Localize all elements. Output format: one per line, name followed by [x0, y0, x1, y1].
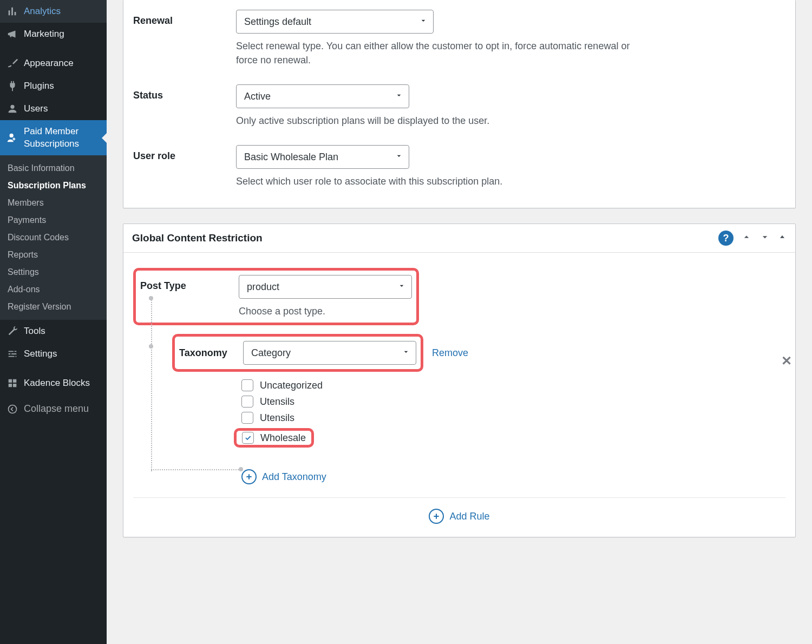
user-role-label: User role	[133, 145, 236, 162]
wrench-icon	[6, 325, 18, 337]
sidebar-item-users[interactable]: Users	[0, 97, 107, 120]
field-user-role: User role Basic Wholesale Plan Select wh…	[133, 145, 785, 188]
sidebar-item-label: Analytics	[24, 5, 61, 17]
sidebar-item-kadence-blocks[interactable]: Kadence Blocks	[0, 372, 107, 395]
sidebar-item-label: Settings	[24, 348, 57, 360]
post-type-label: Post Type	[140, 275, 239, 292]
admin-sidebar: Analytics Marketing Appearance Plugins U…	[0, 0, 107, 644]
submenu-discount-codes[interactable]: Discount Codes	[0, 229, 107, 246]
taxonomy-highlight: Taxonomy Category	[172, 334, 423, 372]
chevron-down-icon[interactable]	[759, 232, 770, 245]
plug-icon	[6, 80, 18, 92]
user-icon	[6, 103, 18, 115]
sidebar-item-label: Marketing	[24, 28, 64, 40]
plus-circle-icon	[429, 509, 444, 524]
submenu-subscription-plans[interactable]: Subscription Plans	[0, 177, 107, 194]
taxonomy-value: Category	[251, 347, 291, 359]
taxonomy-option[interactable]: Utensils	[241, 412, 785, 424]
add-rule-label: Add Rule	[449, 511, 489, 522]
checkbox-icon[interactable]	[241, 412, 253, 424]
status-help: Only active subscription plans will be d…	[236, 114, 489, 128]
renewal-label: Renewal	[133, 10, 236, 27]
submenu-payments[interactable]: Payments	[0, 212, 107, 229]
submenu-basic-information[interactable]: Basic Information	[0, 160, 107, 177]
gcr-body: ✕ Post Type product Choose a post type.	[123, 253, 795, 537]
taxonomy-option[interactable]: Wholesale	[242, 432, 306, 444]
submenu-addons[interactable]: Add-ons	[0, 281, 107, 298]
status-select[interactable]: Active	[236, 84, 409, 108]
chevron-down-icon	[395, 152, 403, 163]
sidebar-item-label: Tools	[24, 325, 45, 337]
renewal-value: Settings default	[244, 16, 311, 28]
sidebar-item-label: Kadence Blocks	[24, 377, 90, 389]
sliders-icon	[6, 348, 18, 360]
plus-circle-icon	[241, 469, 257, 484]
post-type-value: product	[247, 281, 279, 293]
chevron-down-icon	[395, 91, 403, 102]
checkbox-checked-icon[interactable]	[242, 432, 254, 444]
sidebar-submenu: Basic Information Subscription Plans Mem…	[0, 155, 107, 320]
status-value: Active	[244, 91, 271, 102]
remove-taxonomy-link[interactable]: Remove	[432, 347, 468, 359]
renewal-select[interactable]: Settings default	[236, 10, 434, 34]
add-rule-button[interactable]: Add Rule	[429, 509, 489, 524]
taxonomy-label: Taxonomy	[179, 347, 232, 359]
taxonomy-select[interactable]: Category	[243, 341, 416, 365]
sidebar-item-settings[interactable]: Settings	[0, 343, 107, 365]
submenu-register-version[interactable]: Register Version	[0, 298, 107, 316]
post-type-highlight: Post Type product Choose a post type.	[133, 268, 419, 325]
submenu-members[interactable]: Members	[0, 194, 107, 212]
sidebar-item-plugins[interactable]: Plugins	[0, 75, 107, 97]
plan-settings-panel: Renewal Settings default Select renewal …	[123, 0, 796, 208]
gcr-panel-header: Global Content Restriction ?	[123, 224, 795, 253]
submenu-reports[interactable]: Reports	[0, 246, 107, 264]
chevron-up-icon[interactable]	[741, 232, 752, 245]
sidebar-item-analytics[interactable]: Analytics	[0, 0, 107, 23]
analytics-icon	[6, 5, 18, 17]
add-taxonomy-button[interactable]: Add Taxonomy	[241, 469, 785, 484]
collapse-menu-button[interactable]: Collapse menu	[0, 398, 107, 420]
field-renewal: Renewal Settings default Select renewal …	[133, 10, 785, 67]
chevron-down-icon	[402, 347, 410, 359]
svg-point-0	[9, 405, 17, 413]
megaphone-icon	[6, 28, 18, 40]
sidebar-item-paid-member-subscriptions[interactable]: Paid Member Subscriptions	[0, 120, 107, 155]
taxonomy-option-label: Utensils	[260, 396, 294, 408]
blocks-icon	[6, 377, 18, 389]
taxonomy-option-label: Utensils	[260, 412, 294, 424]
rule-footer: Add Rule	[133, 497, 785, 524]
sidebar-item-marketing[interactable]: Marketing	[0, 23, 107, 45]
sidebar-item-label: Plugins	[24, 80, 54, 92]
sidebar-item-label: Paid Member Subscriptions	[24, 126, 100, 149]
collapse-menu-label: Collapse menu	[24, 403, 89, 415]
wholesale-highlight: Wholesale	[234, 428, 314, 448]
taxonomy-option-label: Wholesale	[260, 432, 306, 444]
brush-icon	[6, 57, 18, 69]
status-label: Status	[133, 84, 236, 101]
user-role-select[interactable]: Basic Wholesale Plan	[236, 145, 409, 169]
sidebar-item-tools[interactable]: Tools	[0, 320, 107, 343]
checkbox-icon[interactable]	[241, 379, 253, 391]
taxonomy-option[interactable]: Utensils	[241, 396, 785, 408]
submenu-settings[interactable]: Settings	[0, 264, 107, 281]
sidebar-item-label: Appearance	[24, 57, 74, 69]
global-content-restriction-panel: Global Content Restriction ? ✕	[123, 224, 796, 537]
member-dollar-icon	[6, 132, 18, 144]
help-icon[interactable]: ?	[718, 231, 734, 246]
post-type-select[interactable]: product	[239, 275, 412, 299]
taxonomy-option-label: Uncategorized	[260, 380, 323, 391]
caret-up-icon[interactable]	[778, 233, 787, 244]
main-content: Renewal Settings default Select renewal …	[107, 0, 812, 644]
sidebar-item-appearance[interactable]: Appearance	[0, 52, 107, 75]
add-taxonomy-label: Add Taxonomy	[262, 471, 326, 483]
renewal-help: Select renewal type. You can either allo…	[236, 39, 647, 67]
chevron-down-icon	[419, 16, 428, 28]
taxonomy-option[interactable]: Uncategorized	[241, 379, 785, 391]
remove-rule-icon[interactable]: ✕	[781, 353, 792, 369]
user-role-value: Basic Wholesale Plan	[244, 152, 338, 163]
sidebar-item-label: Users	[24, 103, 48, 115]
collapse-icon	[6, 403, 18, 415]
field-status: Status Active Only active subscription p…	[133, 84, 785, 128]
chevron-down-icon	[397, 281, 406, 293]
checkbox-icon[interactable]	[241, 396, 253, 408]
